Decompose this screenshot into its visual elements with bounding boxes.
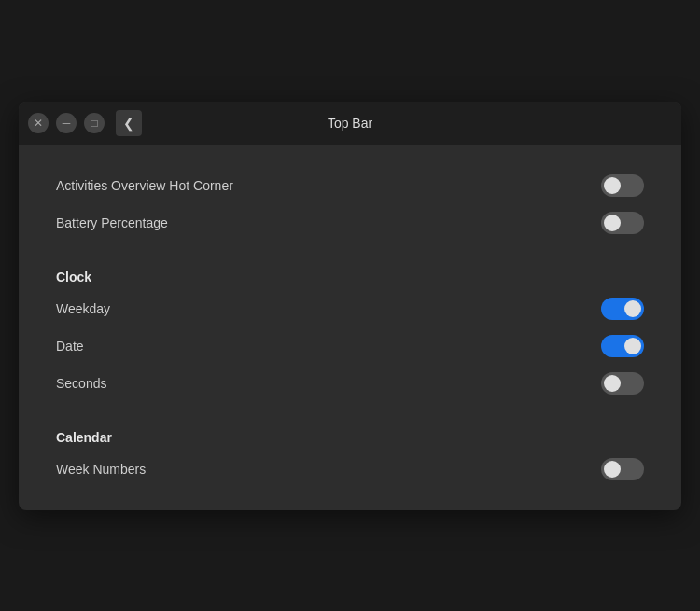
divider-1 [56, 242, 644, 249]
back-button[interactable]: ❮ [116, 110, 142, 136]
seconds-label: Seconds [56, 376, 106, 391]
close-icon: ✕ [34, 117, 43, 130]
maximize-button[interactable]: □ [84, 113, 105, 133]
battery-percentage-row: Battery Percentage [56, 204, 644, 242]
window-title: Top Bar [328, 116, 372, 131]
weekday-toggle[interactable] [601, 298, 644, 320]
seconds-row: Seconds [56, 365, 644, 402]
battery-percentage-label: Battery Percentage [56, 215, 168, 230]
weekday-thumb [624, 300, 641, 317]
divider-2 [56, 402, 644, 410]
seconds-thumb [604, 375, 621, 392]
activities-overview-row: Activities Overview Hot Corner [56, 167, 644, 204]
week-numbers-label: Week Numbers [56, 462, 146, 477]
calendar-section-header: Calendar [56, 424, 644, 447]
date-row: Date [56, 327, 644, 365]
seconds-toggle[interactable] [601, 372, 644, 395]
back-icon: ❮ [123, 116, 134, 131]
maximize-icon: □ [91, 117, 97, 130]
activities-overview-thumb [604, 177, 621, 194]
minimize-icon: ─ [63, 117, 71, 130]
weekday-label: Weekday [56, 301, 110, 316]
clock-section-header: Clock [56, 264, 644, 286]
week-numbers-toggle[interactable] [601, 458, 644, 480]
window: ✕ ─ □ ❮ Top Bar Activities Overview Hot … [19, 102, 681, 510]
activities-overview-label: Activities Overview Hot Corner [56, 178, 233, 193]
settings-content: Activities Overview Hot Corner Battery P… [19, 145, 681, 510]
date-label: Date [56, 339, 84, 354]
close-button[interactable]: ✕ [28, 113, 49, 133]
window-controls: ✕ ─ □ ❮ [28, 110, 142, 136]
week-numbers-row: Week Numbers [56, 451, 644, 488]
minimize-button[interactable]: ─ [56, 113, 77, 133]
weekday-row: Weekday [56, 290, 644, 327]
date-thumb [624, 338, 641, 354]
date-toggle[interactable] [601, 335, 644, 357]
week-numbers-thumb [604, 461, 621, 478]
battery-percentage-toggle[interactable] [601, 212, 644, 234]
titlebar: ✕ ─ □ ❮ Top Bar [19, 102, 681, 145]
battery-percentage-thumb [604, 215, 621, 231]
activities-overview-toggle[interactable] [601, 174, 644, 197]
